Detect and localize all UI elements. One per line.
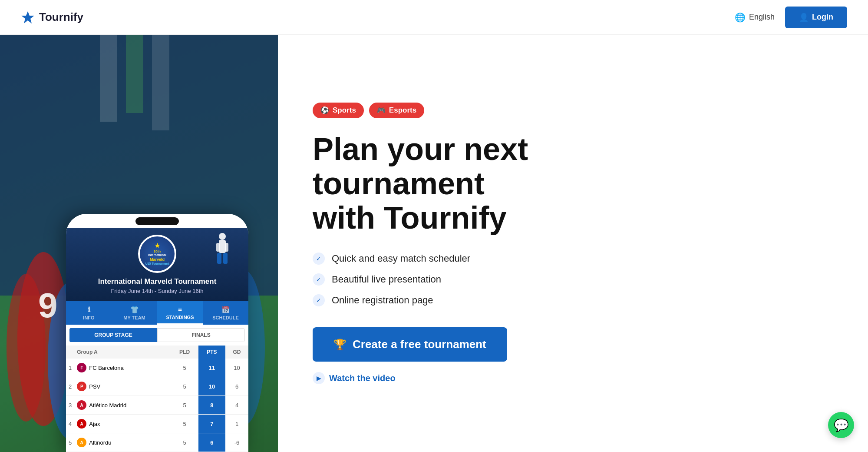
rank-cell: 5	[66, 433, 74, 452]
table-row: 3 A Atlético Madrid 5 8 4	[66, 396, 248, 415]
globe-icon: 🌐	[735, 12, 746, 23]
tab-schedule-label: SCHEDULE	[212, 315, 239, 320]
sports-icon: ⚽	[320, 106, 329, 114]
table-row: 5 A Altinordu 5 6 -6	[66, 433, 248, 452]
gd-cell: 10	[225, 359, 248, 377]
watch-video-link[interactable]: ▶ Watch the video	[313, 372, 833, 384]
pts-cell: 11	[198, 359, 225, 377]
tab-info[interactable]: ℹ INFO	[66, 301, 112, 325]
phone-tabs: ℹ INFO 👕 MY TEAM ≡ STANDINGS 📅 SCHEDULE	[66, 301, 248, 325]
phone-notch	[66, 214, 248, 228]
svg-rect-17	[225, 243, 228, 252]
hero-title-line3: with Tournify	[313, 200, 507, 235]
phone-standings: GROUP STAGE FINALS Group A PLD PTS GD	[66, 328, 248, 452]
svg-rect-3	[100, 35, 117, 122]
pld-cell: 5	[171, 433, 198, 452]
tab-myteam[interactable]: 👕 MY TEAM	[112, 301, 157, 325]
header-right: 🌐 English 👤 Login	[735, 7, 847, 28]
login-button[interactable]: 👤 Login	[785, 7, 847, 28]
hero-title: Plan your next tournament with Tournify	[313, 132, 833, 236]
check-icon-2: ✓	[313, 273, 325, 286]
svg-text:9: 9	[38, 286, 58, 325]
gd-header: GD	[225, 346, 248, 359]
tournament-name: International Marveld Tournament	[98, 277, 217, 286]
sports-label: Sports	[333, 106, 356, 115]
pts-cell: 6	[198, 433, 225, 452]
pld-cell: 5	[171, 359, 198, 377]
header: Tournify 🌐 English 👤 Login	[0, 0, 868, 35]
check-icon-1: ✓	[313, 253, 325, 265]
team-name: PSV	[89, 383, 100, 390]
stage-toggle: GROUP STAGE FINALS	[69, 328, 245, 342]
watch-label: Watch the video	[329, 373, 396, 383]
right-panel: ⚽ Sports 🎮 Esports Plan your next tourna…	[278, 35, 868, 452]
pld-cell: 5	[171, 396, 198, 415]
language-button[interactable]: 🌐 English	[735, 12, 775, 23]
rank-cell: 4	[66, 415, 74, 433]
sports-tag[interactable]: ⚽ Sports	[313, 103, 364, 118]
esports-icon: 🎮	[377, 106, 386, 114]
feature-item-3: ✓ Online registration page	[313, 294, 833, 306]
team-badge: A	[77, 438, 86, 447]
finals-btn[interactable]: FINALS	[157, 328, 245, 342]
trophy-icon: 🏆	[333, 339, 347, 351]
create-tournament-button[interactable]: 🏆 Create a free tournament	[313, 327, 507, 362]
pts-cell: 10	[198, 377, 225, 396]
play-icon: ▶	[313, 372, 325, 384]
logo-text: Tournify	[39, 10, 83, 24]
whatsapp-icon: 💬	[834, 418, 849, 432]
team-name: Altinordu	[89, 439, 111, 446]
login-label: Login	[812, 13, 833, 22]
player-figure	[209, 232, 235, 267]
esports-label: Esports	[389, 106, 416, 115]
feature-text-3: Online registration page	[332, 295, 433, 306]
category-tags: ⚽ Sports 🎮 Esports	[313, 103, 833, 118]
team-cell: A Ajax	[74, 415, 171, 433]
gd-cell: 1	[225, 415, 248, 433]
tab-schedule[interactable]: 📅 SCHEDULE	[203, 301, 248, 325]
team-name: Atlético Madrid	[89, 402, 126, 409]
user-icon: 👤	[799, 13, 809, 22]
team-badge: P	[77, 382, 86, 391]
team-badge: A	[77, 419, 86, 429]
rank-cell: 1	[66, 359, 74, 377]
gd-cell: 4	[225, 396, 248, 415]
tab-standings-label: STANDINGS	[166, 315, 194, 320]
features-list: ✓ Quick and easy match scheduler ✓ Beaut…	[313, 253, 833, 306]
svg-point-12	[219, 233, 226, 240]
svg-rect-5	[152, 35, 169, 130]
table-row: 4 A Ajax 5 7 1	[66, 415, 248, 433]
team-name: FC Barcelona	[89, 365, 123, 371]
pts-header: PTS	[198, 346, 225, 359]
rank-header	[66, 346, 74, 359]
rank-cell: 3	[66, 396, 74, 415]
gd-cell: -6	[225, 433, 248, 452]
team-name: Ajax	[89, 421, 100, 427]
group-stage-btn[interactable]: GROUP STAGE	[69, 328, 157, 342]
team-cell: P PSV	[74, 377, 171, 396]
pld-header: PLD	[171, 346, 198, 359]
team-cell: A Altinordu	[74, 433, 171, 452]
esports-tag[interactable]: 🎮 Esports	[369, 103, 424, 118]
calendar-icon: 📅	[221, 306, 230, 314]
team-badge: A	[77, 400, 86, 410]
pts-cell: 7	[198, 415, 225, 433]
feature-item-1: ✓ Quick and easy match scheduler	[313, 253, 833, 265]
check-icon-3: ✓	[313, 294, 325, 306]
standings-table: Group A PLD PTS GD 1 F FC Barcelona 5 11…	[66, 346, 248, 452]
team-cell: A Atlético Madrid	[74, 396, 171, 415]
logo-icon	[21, 10, 35, 24]
language-label: English	[749, 13, 775, 22]
feature-text-2: Beautiful live presentation	[332, 274, 441, 285]
group-header: Group A	[74, 346, 171, 359]
table-row: 1 F FC Barcelona 5 11 10	[66, 359, 248, 377]
svg-rect-13	[219, 240, 226, 253]
tab-standings[interactable]: ≡ STANDINGS	[157, 301, 203, 325]
tournament-logo: ★ 30th International Marveld U15 Tournam…	[138, 235, 176, 273]
svg-rect-4	[126, 35, 143, 113]
logo[interactable]: Tournify	[21, 10, 83, 24]
table-row: 2 P PSV 5 10 6	[66, 377, 248, 396]
whatsapp-fab[interactable]: 💬	[828, 412, 854, 438]
tournament-date: Friday June 14th - Sunday June 16th	[111, 288, 203, 294]
team-cell: F FC Barcelona	[74, 359, 171, 377]
